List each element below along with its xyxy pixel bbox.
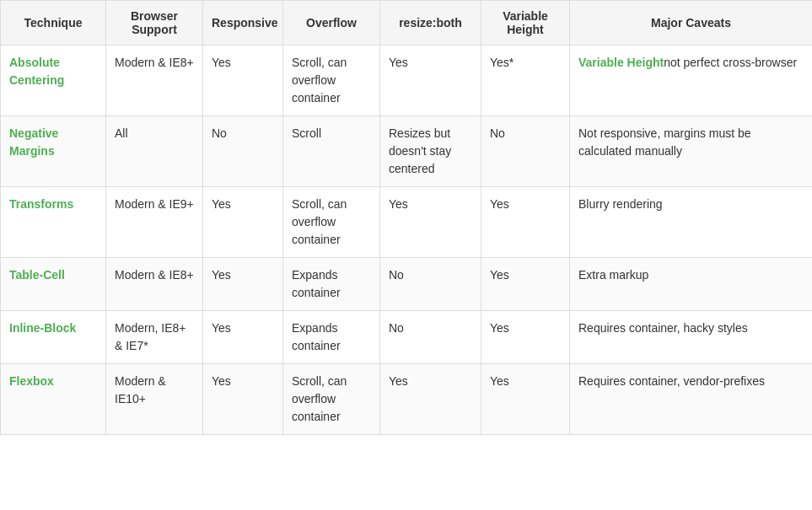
col-header-overflow: Overflow bbox=[283, 1, 380, 46]
cell-overflow: Expands container bbox=[283, 311, 380, 364]
cell-caveats: Blurry rendering bbox=[570, 187, 813, 258]
technique-label: Transforms bbox=[9, 197, 73, 211]
technique-label: Inline-Block bbox=[9, 321, 76, 335]
technique-label: Table-Cell bbox=[9, 268, 65, 282]
cell-caveats: Extra markup bbox=[570, 258, 813, 311]
col-header-resize: resize:both bbox=[380, 1, 481, 46]
cell-varheight: Yes bbox=[481, 311, 570, 364]
main-table-container: Technique BrowserSupport Responsive Over… bbox=[0, 0, 812, 435]
cell-responsive: Yes bbox=[203, 258, 283, 311]
table-row: Absolute CenteringModern & IE8+YesScroll… bbox=[1, 46, 813, 116]
technique-label: Negative Margins bbox=[9, 126, 58, 158]
cell-varheight: Yes bbox=[481, 187, 570, 258]
table-row: Inline-BlockModern, IE8+ & IE7*YesExpand… bbox=[1, 311, 813, 364]
cell-technique: Negative Margins bbox=[1, 116, 106, 187]
cell-overflow: Scroll, can overflow container bbox=[283, 187, 380, 258]
cell-varheight: Yes bbox=[481, 258, 570, 311]
cell-browser: Modern & IE8+ bbox=[106, 46, 203, 116]
col-header-browser: BrowserSupport bbox=[106, 1, 203, 46]
cell-technique: Flexbox bbox=[1, 364, 106, 435]
cell-browser: Modern, IE8+ & IE7* bbox=[106, 311, 203, 364]
cell-caveats: Not responsive, margins must be calculat… bbox=[570, 116, 813, 187]
col-header-caveats: Major Caveats bbox=[570, 1, 813, 46]
col-header-technique: Technique bbox=[1, 1, 106, 46]
cell-browser: All bbox=[106, 116, 203, 187]
cell-responsive: Yes bbox=[203, 187, 283, 258]
cell-responsive: Yes bbox=[203, 46, 283, 116]
cell-varheight: Yes* bbox=[481, 46, 570, 116]
cell-technique: Inline-Block bbox=[1, 311, 106, 364]
cell-resize: Yes bbox=[380, 187, 481, 258]
table-row: Negative MarginsAllNoScrollResizes but d… bbox=[1, 116, 813, 187]
cell-technique: Table-Cell bbox=[1, 258, 106, 311]
cell-browser: Modern & IE9+ bbox=[106, 187, 203, 258]
cell-resize: No bbox=[380, 258, 481, 311]
cell-caveats: Variable Heightnot perfect cross-browser bbox=[570, 46, 813, 116]
table-row: TransformsModern & IE9+YesScroll, can ov… bbox=[1, 187, 813, 258]
cell-browser: Modern & IE8+ bbox=[106, 258, 203, 311]
cell-responsive: Yes bbox=[203, 364, 283, 435]
technique-label: Absolute Centering bbox=[9, 56, 64, 87]
comparison-table: Technique BrowserSupport Responsive Over… bbox=[0, 0, 812, 435]
cell-responsive: No bbox=[203, 116, 283, 187]
col-header-varheight: VariableHeight bbox=[481, 1, 570, 46]
cell-resize: No bbox=[380, 311, 481, 364]
cell-responsive: Yes bbox=[203, 311, 283, 364]
cell-caveats: Requires container, vendor-prefixes bbox=[570, 364, 813, 435]
table-row: FlexboxModern & IE10+YesScroll, can over… bbox=[1, 364, 813, 435]
cell-overflow: Scroll bbox=[283, 116, 380, 187]
cell-overflow: Scroll, can overflow container bbox=[283, 46, 380, 116]
cell-technique: Transforms bbox=[1, 187, 106, 258]
col-header-responsive: Responsive bbox=[203, 1, 283, 46]
cell-varheight: No bbox=[481, 116, 570, 187]
cell-overflow: Expands container bbox=[283, 258, 380, 311]
cell-resize: Yes bbox=[380, 46, 481, 116]
cell-resize: Resizes but doesn't stay centered bbox=[380, 116, 481, 187]
cell-browser: Modern & IE10+ bbox=[106, 364, 203, 435]
cell-technique: Absolute Centering bbox=[1, 46, 106, 116]
cell-overflow: Scroll, can overflow container bbox=[283, 364, 380, 435]
table-row: Table-CellModern & IE8+YesExpands contai… bbox=[1, 258, 813, 311]
cell-caveats: Requires container, hacky styles bbox=[570, 311, 813, 364]
caveat-text: not perfect cross-browser bbox=[664, 56, 797, 69]
table-header-row: Technique BrowserSupport Responsive Over… bbox=[1, 1, 813, 46]
technique-label: Flexbox bbox=[9, 374, 54, 388]
cell-varheight: Yes bbox=[481, 364, 570, 435]
caveat-link[interactable]: Variable Height bbox=[578, 56, 664, 69]
cell-resize: Yes bbox=[380, 364, 481, 435]
